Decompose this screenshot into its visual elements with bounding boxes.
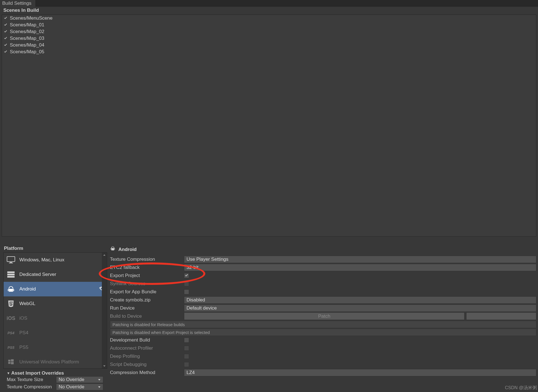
svg-rect-13 — [111, 248, 114, 250]
build-to-device-label: Build to Device — [110, 313, 184, 319]
svg-rect-12 — [11, 362, 14, 364]
script-debugging-checkbox — [184, 362, 189, 367]
create-symbols-select[interactable]: Disabled — [184, 296, 536, 304]
platform-dedicated-server[interactable]: Dedicated Server — [4, 267, 107, 282]
autoconnect-profiler-checkbox — [184, 346, 189, 351]
platform-windows-mac-linux[interactable]: Windows, Mac, Linux — [4, 253, 107, 267]
tab-build-settings[interactable]: Build Settings — [0, 0, 36, 7]
platform-label: WebGL — [19, 301, 35, 306]
platform-ios[interactable]: iOS iOS — [4, 311, 107, 326]
scene-row[interactable]: Scenes/Map_04 — [2, 42, 536, 49]
windows-icon — [6, 358, 15, 366]
scene-path: Scenes/Map_02 — [10, 29, 44, 34]
texture-compression-select[interactable]: Use Player Settings — [184, 256, 536, 263]
android-icon — [110, 246, 116, 253]
platform-ps5[interactable]: PS5 PS5 — [4, 340, 107, 355]
max-texture-size-select[interactable]: No Override — [56, 376, 103, 383]
scene-path: Scenes/Map_03 — [10, 36, 44, 41]
scene-row[interactable]: Scenes/Map_05 — [2, 49, 536, 55]
platform-details-title: Android — [110, 245, 536, 255]
ps5-icon: PS5 — [6, 343, 15, 351]
watermark: CSDN @汤米粥 — [505, 385, 537, 391]
foldout-arrow-icon: ▼ — [7, 371, 10, 375]
check-icon[interactable] — [4, 16, 8, 20]
compression-method-label: Compression Method — [110, 370, 184, 375]
ps4-icon: PS4 — [6, 329, 15, 337]
platform-label: Dedicated Server — [19, 272, 56, 277]
autoconnect-profiler-label: Autoconnect Profiler — [110, 345, 184, 351]
development-build-checkbox[interactable] — [184, 338, 189, 343]
max-texture-size-label: Max Texture Size — [7, 377, 56, 382]
etc2-fallback-select[interactable]: 32-bit — [184, 264, 536, 271]
scene-path: Scenes/MenuScene — [10, 15, 52, 21]
compression-method-select[interactable]: LZ4 — [184, 369, 536, 376]
scene-row[interactable]: Scenes/Map_02 — [2, 28, 536, 35]
scrollbar[interactable] — [102, 253, 107, 368]
platform-label: Universal Windows Platform — [19, 359, 79, 365]
platform-uwp[interactable]: Universal Windows Platform — [4, 355, 107, 369]
check-icon[interactable] — [4, 23, 8, 27]
symlink-sources-checkbox — [184, 281, 189, 286]
scene-row[interactable]: Scenes/MenuScene — [2, 15, 536, 22]
svg-rect-4 — [7, 274, 15, 275]
svg-rect-0 — [7, 257, 15, 262]
patch-info-2: Patching is disabled when Export Project… — [110, 329, 536, 336]
texture-compression-label: Texture Compression — [110, 257, 184, 262]
html5-icon — [6, 300, 15, 308]
patch-and-run-button — [466, 312, 536, 320]
export-app-bundle-checkbox[interactable] — [184, 289, 189, 294]
svg-rect-14 — [111, 248, 111, 250]
scene-path: Scenes/Map_01 — [10, 22, 44, 28]
patch-button: Patch — [184, 312, 465, 320]
export-app-bundle-label: Export for App Bundle — [110, 289, 184, 295]
svg-rect-9 — [8, 360, 10, 362]
asset-import-overrides-header[interactable]: ▼ Asset Import Overrides — [7, 370, 107, 376]
chevron-down-icon — [98, 378, 101, 381]
etc2-fallback-label: ETC2 fallback — [110, 265, 184, 270]
scenes-list-panel: Scenes/MenuScene Scenes/Map_01 Scenes/Ma… — [2, 15, 536, 237]
svg-rect-5 — [7, 276, 15, 278]
svg-rect-10 — [11, 359, 14, 361]
platform-webgl[interactable]: WebGL — [4, 296, 107, 311]
monitor-icon — [6, 256, 15, 264]
export-project-label: Export Project — [110, 273, 184, 278]
svg-rect-3 — [7, 271, 15, 273]
scroll-up-icon[interactable] — [102, 253, 106, 257]
development-build-label: Development Build — [110, 337, 184, 343]
script-debugging-label: Script Debugging — [110, 362, 184, 367]
symlink-sources-label: Symlink Sources — [110, 281, 184, 287]
texture-compression-override-select[interactable]: No Override — [56, 384, 103, 390]
svg-rect-2 — [9, 263, 13, 263]
scroll-down-icon[interactable] — [102, 364, 106, 368]
scenes-in-build-header: Scenes In Build — [0, 7, 538, 14]
platform-label: iOS — [19, 315, 27, 321]
check-icon[interactable] — [4, 43, 8, 47]
platform-label: Windows, Mac, Linux — [19, 257, 65, 263]
scene-row[interactable]: Scenes/Map_01 — [2, 22, 536, 28]
run-device-label: Run Device — [110, 305, 184, 311]
svg-rect-15 — [114, 248, 115, 250]
svg-rect-8 — [13, 289, 14, 291]
platform-label: PS4 — [19, 330, 28, 336]
create-symbols-label: Create symbols.zip — [110, 297, 184, 303]
platform-label: PS5 — [19, 345, 28, 350]
platform-list: Windows, Mac, Linux Dedicated Server And… — [3, 252, 107, 369]
patch-info-1: Patching is disabled for Release builds — [110, 321, 536, 328]
check-icon[interactable] — [4, 50, 8, 54]
check-icon[interactable] — [4, 30, 8, 34]
check-icon[interactable] — [4, 36, 8, 40]
server-icon — [6, 271, 15, 278]
export-project-checkbox[interactable] — [184, 273, 189, 278]
deep-profiling-checkbox — [184, 354, 189, 359]
scene-path: Scenes/Map_04 — [10, 42, 44, 48]
run-device-select[interactable]: Default device — [184, 305, 536, 312]
texture-compression-override-label: Texture Compression — [7, 384, 56, 390]
platform-android[interactable]: Android — [4, 282, 107, 296]
scene-row[interactable]: Scenes/Map_03 — [2, 35, 536, 42]
android-icon — [6, 285, 15, 293]
ios-icon: iOS — [6, 314, 15, 322]
platform-header: Platform — [3, 245, 107, 252]
platform-ps4[interactable]: PS4 PS4 — [4, 326, 107, 340]
svg-rect-7 — [8, 289, 9, 291]
svg-rect-1 — [10, 262, 12, 263]
